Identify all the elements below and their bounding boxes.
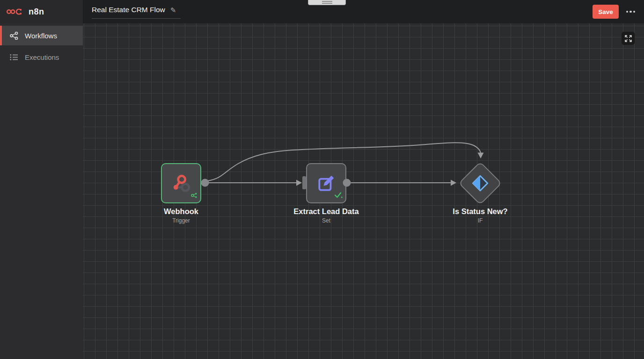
half-filled-diamond-icon <box>471 174 489 192</box>
sidebar-nav: Workflows Executions <box>0 26 83 67</box>
node-is-status-new: Is Status New? IF <box>433 163 527 224</box>
node-subtitle: Trigger <box>172 217 190 224</box>
zoom-to-fit-button[interactable] <box>622 32 635 45</box>
n8n-logo[interactable]: n8n <box>0 0 83 23</box>
topbar: Real Estate CRM Flow ✎ Save <box>83 0 644 23</box>
pencil-square-icon <box>316 173 336 193</box>
panel-drag-handle[interactable] <box>308 0 346 5</box>
edit-title-pencil-icon[interactable]: ✎ <box>170 7 176 14</box>
sidebar-item-label: Workflows <box>25 32 57 40</box>
n8n-logo-icon <box>6 7 25 17</box>
share-nodes-icon <box>10 32 18 40</box>
zoom-to-fit-icon <box>625 35 632 42</box>
workflow-title-wrap: Real Estate CRM Flow ✎ <box>92 6 181 19</box>
node-if-box[interactable] <box>458 161 502 205</box>
save-button[interactable]: Save <box>593 5 619 19</box>
arrowhead <box>478 153 484 159</box>
trigger-badge-icon <box>191 192 198 200</box>
node-subtitle: Set <box>322 217 330 224</box>
node-subtitle: IF <box>478 217 483 224</box>
workflow-name-input[interactable]: Real Estate CRM Flow <box>92 6 165 14</box>
brand-name: n8n <box>29 7 44 17</box>
success-check-icon <box>335 192 343 200</box>
webhook-hook-icon <box>171 173 191 194</box>
node-label: Webhook <box>164 207 198 216</box>
sidebar-item-label: Executions <box>25 53 59 61</box>
node-webhook-box[interactable] <box>161 163 201 203</box>
ellipsis-menu-icon[interactable] <box>626 8 636 15</box>
node-webhook: Webhook Trigger <box>134 163 228 224</box>
list-icon <box>10 54 18 61</box>
sidebar: n8n Workflows Executions <box>0 0 83 359</box>
node-label: Is Status New? <box>453 207 507 216</box>
sidebar-item-workflows[interactable]: Workflows <box>0 26 83 45</box>
node-set-box[interactable] <box>306 163 346 203</box>
sidebar-item-executions[interactable]: Executions <box>0 47 83 67</box>
workflow-canvas[interactable]: Webhook Trigger Extract Lead Data Set <box>83 23 644 359</box>
node-label: Extract Lead Data <box>293 207 359 216</box>
node-extract-lead-data: Extract Lead Data Set <box>279 163 373 224</box>
